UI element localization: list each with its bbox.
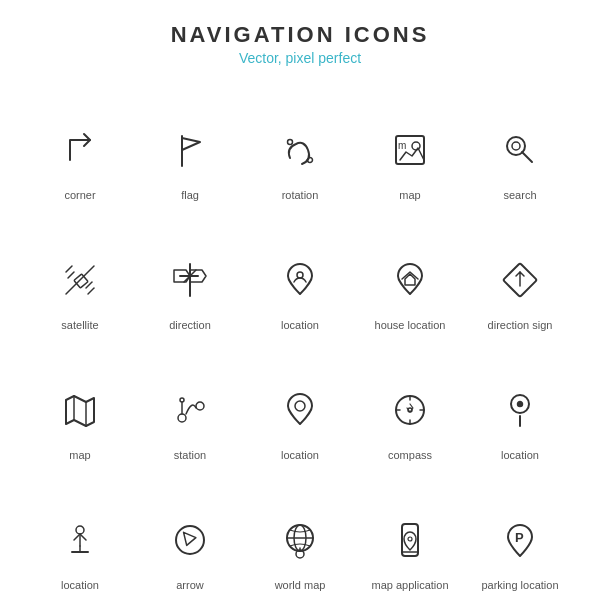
svg-point-39	[176, 526, 204, 554]
icon-cell-map-fold: map	[25, 344, 135, 474]
icon-cell-house-location: house location	[355, 214, 465, 344]
icon-cell-location-pin2: location	[465, 344, 575, 474]
svg-point-16	[297, 272, 303, 278]
svg-point-7	[512, 142, 520, 150]
map-application-icon	[380, 510, 440, 570]
direction-icon	[160, 250, 220, 310]
icon-cell-arrow-circle: arrow	[135, 474, 245, 600]
icon-cell-satellite: satellite	[25, 214, 135, 344]
icon-cell-map-application: map application	[355, 474, 465, 600]
svg-point-34	[518, 401, 523, 406]
svg-point-25	[295, 401, 305, 411]
icon-cell-direction: direction	[135, 214, 245, 344]
svg-point-24	[180, 398, 184, 402]
search-label: search	[503, 188, 536, 202]
icon-cell-compass: compass	[355, 344, 465, 474]
world-map-label: world map	[275, 578, 326, 592]
flag-label: flag	[181, 188, 199, 202]
page-title: NAVIGATION ICONS	[171, 22, 430, 48]
icon-cell-rotation: rotation	[245, 84, 355, 214]
svg-rect-9	[74, 274, 88, 288]
search-icon	[490, 120, 550, 180]
location-circle-icon	[270, 380, 330, 440]
svg-line-8	[522, 152, 532, 162]
world-map-icon	[270, 510, 330, 570]
icon-cell-direction-sign: direction sign	[465, 214, 575, 344]
map-image-label: map	[399, 188, 420, 202]
svg-point-47	[408, 537, 412, 541]
page-header: NAVIGATION ICONS Vector, pixel perfect	[171, 22, 430, 66]
icon-cell-world-map: world map	[245, 474, 355, 600]
icon-grid: corner flag rotation m	[25, 84, 575, 600]
compass-icon	[380, 380, 440, 440]
direction-label: direction	[169, 318, 211, 332]
icon-cell-location-person: location	[25, 474, 135, 600]
svg-point-22	[196, 402, 204, 410]
corner-label: corner	[64, 188, 95, 202]
station-label: station	[174, 448, 206, 462]
svg-line-13	[68, 272, 74, 278]
arrow-circle-label: arrow	[176, 578, 204, 592]
direction-sign-icon	[490, 250, 550, 310]
icon-cell-map-image: m map	[355, 84, 465, 214]
svg-point-1	[288, 139, 293, 144]
icon-cell-search: search	[465, 84, 575, 214]
svg-line-12	[88, 288, 94, 294]
location-person-icon	[50, 510, 110, 570]
location-pin2-icon	[490, 380, 550, 440]
map-application-label: map application	[371, 578, 448, 592]
svg-line-10	[66, 266, 94, 294]
svg-text:m: m	[398, 140, 406, 151]
location-pin-label: location	[281, 318, 319, 332]
parking-location-icon: P	[490, 510, 550, 570]
station-icon	[160, 380, 220, 440]
flag-icon	[160, 120, 220, 180]
house-location-label: house location	[375, 318, 446, 332]
compass-label: compass	[388, 448, 432, 462]
svg-line-11	[66, 266, 72, 272]
corner-icon	[50, 120, 110, 180]
location-person-label: location	[61, 578, 99, 592]
satellite-label: satellite	[61, 318, 98, 332]
direction-sign-label: direction sign	[488, 318, 553, 332]
rotation-icon	[270, 120, 330, 180]
location-pin-icon	[270, 250, 330, 310]
house-location-icon	[380, 250, 440, 310]
svg-marker-40	[179, 528, 196, 545]
location-circle-label: location	[281, 448, 319, 462]
map-fold-icon	[50, 380, 110, 440]
icon-cell-location-circle: location	[245, 344, 355, 474]
location-pin2-label: location	[501, 448, 539, 462]
arrow-circle-icon	[160, 510, 220, 570]
satellite-icon	[50, 250, 110, 310]
icon-cell-station: station	[135, 344, 245, 474]
icon-cell-parking-location: P parking location	[465, 474, 575, 600]
icon-cell-corner: corner	[25, 84, 135, 214]
rotation-label: rotation	[282, 188, 319, 202]
svg-text:P: P	[515, 530, 524, 545]
map-image-icon: m	[380, 120, 440, 180]
svg-point-21	[178, 414, 186, 422]
svg-point-35	[76, 526, 84, 534]
page-subtitle: Vector, pixel perfect	[171, 50, 430, 66]
icon-cell-flag: flag	[135, 84, 245, 214]
map-fold-label: map	[69, 448, 90, 462]
parking-location-label: parking location	[481, 578, 558, 592]
svg-point-2	[308, 157, 313, 162]
icon-cell-location-pin: location	[245, 214, 355, 344]
